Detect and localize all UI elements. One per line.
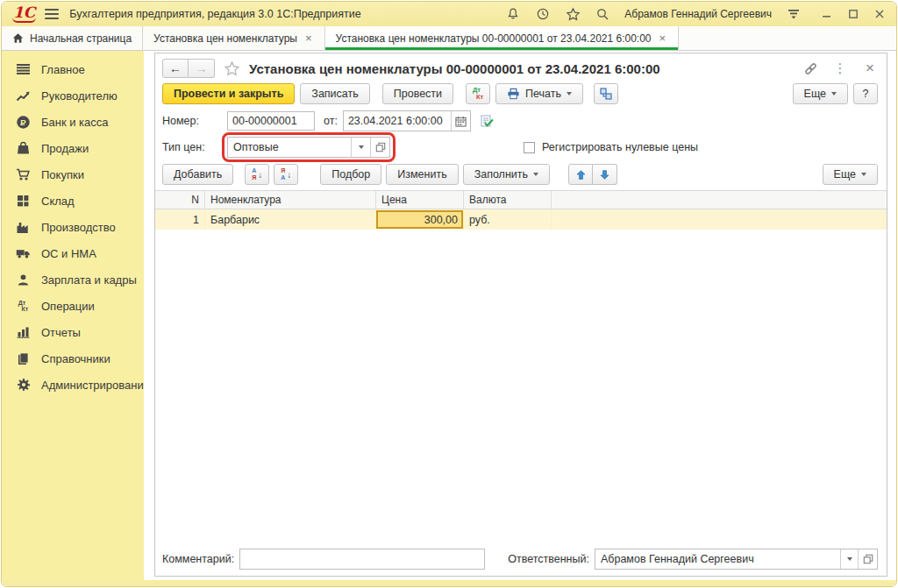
sidebar-item-label: Продажи [41, 142, 89, 155]
maximize-button[interactable] [847, 8, 859, 20]
table-row[interactable]: 1 Барбарис 300,00 руб. [155, 209, 887, 230]
favorites-star-icon[interactable] [565, 6, 581, 22]
add-row-button[interactable]: Добавить [162, 164, 233, 185]
calendar-icon[interactable] [451, 111, 470, 131]
help-button[interactable]: ? [853, 83, 878, 104]
selected-price-cell[interactable]: 300,00 [376, 210, 463, 229]
sort-descending-button[interactable]: ЯА↓ [274, 164, 298, 185]
sidebar-item-label: Главное [41, 63, 85, 76]
sidebar-item-warehouse[interactable]: Склад [2, 188, 144, 214]
ruble-circle-icon: Р [16, 115, 31, 130]
tab-close-icon[interactable]: × [658, 32, 668, 45]
list-more-button[interactable]: Еще [823, 164, 878, 185]
tab-price-setting-list[interactable]: Установка цен номенклатуры × [143, 26, 324, 50]
service-settings-icon[interactable] [786, 6, 802, 22]
tab-price-setting-document[interactable]: Установка цен номенклатуры 00-00000001 о… [325, 26, 680, 50]
register-zero-prices-checkbox[interactable] [524, 142, 535, 153]
sidebar-item-label: Руководителю [41, 89, 118, 103]
fill-button[interactable]: Заполнить [463, 164, 550, 185]
column-header-price[interactable]: Цена [376, 191, 464, 209]
responsible-combo[interactable]: Абрамов Геннадий Сергеевич [595, 549, 840, 569]
sidebar-item-operations[interactable]: Дт Кт Операции [2, 293, 144, 319]
dropdown-caret-icon [567, 92, 572, 96]
search-icon[interactable] [595, 6, 610, 22]
main-menu-icon[interactable] [45, 9, 59, 19]
date-input[interactable] [344, 111, 451, 131]
print-button[interactable]: Печать [495, 83, 583, 104]
tab-home[interactable]: Начальная страница [2, 26, 143, 50]
get-link-icon[interactable] [802, 60, 818, 76]
cell-price[interactable]: 300,00 [376, 209, 464, 230]
responsible-label: Ответственный: [508, 553, 589, 565]
sidebar-item-label: Склад [41, 195, 75, 208]
column-header-n[interactable]: N [155, 191, 205, 209]
sidebar-item-label: Зарплата и кадры [41, 273, 137, 287]
current-user-name[interactable]: Абрамов Геннадий Сергеевич [624, 8, 772, 20]
sidebar-item-fixed-assets[interactable]: ОС и НМА [2, 240, 144, 266]
combo-dropdown-icon[interactable] [840, 549, 858, 569]
sidebar-item-purchases[interactable]: Покупки [2, 161, 144, 188]
move-up-button[interactable] [568, 164, 593, 185]
svg-text:Р: Р [20, 117, 26, 127]
gear-icon [16, 378, 31, 393]
cell-row-number[interactable]: 1 [155, 209, 205, 230]
application-window: 1С Бухгалтерия предприятия, редакция 3.0… [1, 1, 897, 587]
forward-button[interactable]: → [189, 59, 215, 78]
document-structure-button[interactable] [594, 83, 618, 104]
close-document-icon[interactable]: × [862, 60, 878, 76]
close-window-button[interactable] [873, 8, 886, 20]
sort-ascending-button[interactable]: АЯ↓ [245, 164, 269, 185]
column-header-nomenclature[interactable]: Номенклатура [205, 191, 376, 209]
document-posted-icon [480, 115, 494, 128]
back-button[interactable]: ← [162, 59, 189, 78]
sidebar-item-sales[interactable]: Продажи [2, 135, 144, 161]
write-button[interactable]: Записать [300, 83, 369, 104]
tab-label: Начальная страница [30, 32, 132, 45]
sidebar-item-label: Отчеты [41, 326, 81, 339]
main-area: ← → Установка цен номенклатуры 00-000000… [144, 51, 896, 580]
move-down-button[interactable] [593, 164, 617, 185]
tab-bar: Начальная страница Установка цен номенкл… [2, 26, 896, 51]
sidebar-item-directories[interactable]: Справочники [2, 345, 144, 372]
price-type-label: Тип цен: [162, 141, 227, 153]
sidebar-item-reports[interactable]: Отчеты [2, 319, 144, 345]
cell-nomenclature[interactable]: Барбарис [205, 209, 376, 230]
combo-dropdown-icon[interactable] [351, 138, 370, 157]
document-form: ← → Установка цен номенклатуры 00-000000… [154, 53, 887, 577]
edit-button[interactable]: Изменить [386, 164, 458, 185]
sidebar-item-label: Банк и касса [41, 116, 109, 129]
window-bottom-frame [2, 580, 896, 586]
number-input[interactable] [227, 111, 315, 131]
sidebar-item-label: Покупки [41, 168, 84, 181]
dropdown-caret-icon [533, 173, 538, 176]
minimize-button[interactable] [821, 8, 833, 20]
shopping-cart-icon [16, 167, 31, 182]
sidebar-item-manager[interactable]: Руководителю [2, 82, 144, 109]
dtkt-postings-button[interactable]: Дт Кт [466, 83, 490, 104]
sidebar-item-production[interactable]: Производство [2, 214, 144, 240]
open-value-icon[interactable] [370, 138, 389, 157]
notifications-bell-icon[interactable] [505, 6, 521, 22]
pick-button[interactable]: Подбор [320, 164, 381, 185]
history-clock-icon[interactable] [535, 6, 551, 22]
top-bar: 1С Бухгалтерия предприятия, редакция 3.0… [2, 2, 896, 26]
menu-lines-icon [16, 62, 31, 77]
sidebar-item-salary-hr[interactable]: Зарплата и кадры [2, 266, 144, 293]
table-empty-area[interactable] [155, 230, 887, 545]
post-button[interactable]: Провести [382, 83, 453, 104]
post-and-close-button[interactable]: Провести и закрыть [162, 83, 295, 104]
sidebar-item-administration[interactable]: Администрирование [2, 372, 144, 398]
tab-close-icon[interactable]: × [303, 32, 314, 45]
price-type-combo[interactable]: Оптовые [228, 138, 351, 157]
sidebar-item-bank-cash[interactable]: Р Банк и касса [2, 109, 144, 135]
favorite-star-icon[interactable] [224, 60, 240, 77]
column-header-currency[interactable]: Валюта [464, 191, 552, 209]
more-menu-dots-icon[interactable]: ⋮ [832, 60, 848, 76]
comment-input[interactable] [239, 549, 485, 570]
tab-label: Установка цен номенклатуры 00-00000001 о… [336, 32, 652, 45]
printer-icon [507, 88, 520, 100]
sidebar-item-main[interactable]: Главное [2, 56, 144, 82]
form-more-button[interactable]: Еще [793, 83, 848, 104]
open-value-icon[interactable] [858, 549, 877, 569]
cell-currency[interactable]: руб. [464, 209, 552, 230]
